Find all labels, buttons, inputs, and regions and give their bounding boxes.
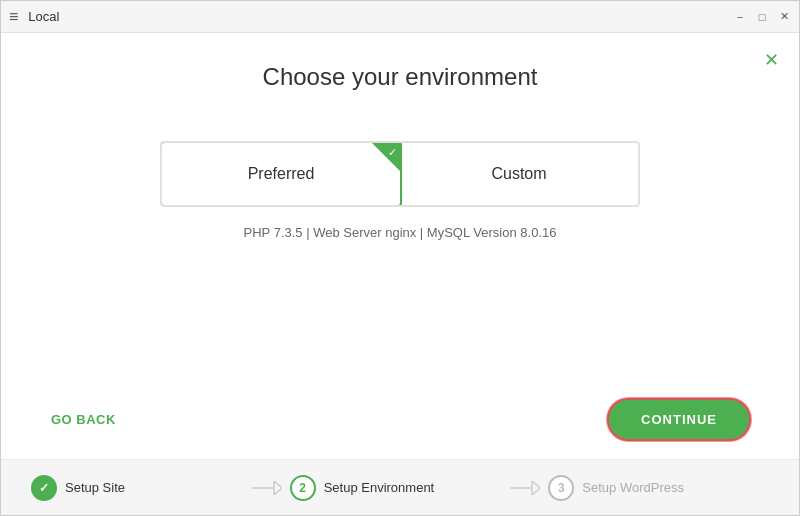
step-2-label: Setup Environment [324,480,435,495]
stepper: ✓ Setup Site 2 Setup Environment 3 Setup… [1,459,799,515]
dialog-close-icon[interactable]: ✕ [764,49,779,71]
go-back-button[interactable]: GO BACK [51,412,116,427]
menu-icon[interactable]: ≡ [9,8,18,26]
step-1-label: Setup Site [65,480,125,495]
page-title: Choose your environment [263,63,538,91]
step-1-circle: ✓ [31,475,57,501]
preferred-option[interactable]: Preferred [160,141,402,207]
custom-label: Custom [491,165,546,183]
step-3: 3 Setup WordPress [548,475,769,501]
continue-button[interactable]: CONTINUE [609,400,749,439]
step-1: ✓ Setup Site [31,475,252,501]
preferred-label: Preferred [248,165,315,183]
app-title: Local [28,9,59,24]
title-bar-left: ≡ Local [9,8,59,26]
maximize-button[interactable]: □ [755,10,769,24]
custom-option[interactable]: Custom [400,143,638,205]
step-arrow-2 [510,481,540,495]
step-arrow-1 [252,481,282,495]
environment-info: PHP 7.3.5 | Web Server nginx | MySQL Ver… [244,225,557,240]
step-2-circle: 2 [290,475,316,501]
main-content: ✕ Choose your environment Preferred Cust… [1,33,799,459]
close-window-button[interactable]: ✕ [777,10,791,24]
step-2: 2 Setup Environment [290,475,511,501]
environment-selector: Preferred Custom [160,141,640,207]
action-row: GO BACK CONTINUE [21,400,779,459]
minimize-button[interactable]: − [733,10,747,24]
window-controls: − □ ✕ [733,10,791,24]
step-3-circle: 3 [548,475,574,501]
title-bar: ≡ Local − □ ✕ [1,1,799,33]
step-3-label: Setup WordPress [582,480,684,495]
selected-check-badge [372,143,400,171]
